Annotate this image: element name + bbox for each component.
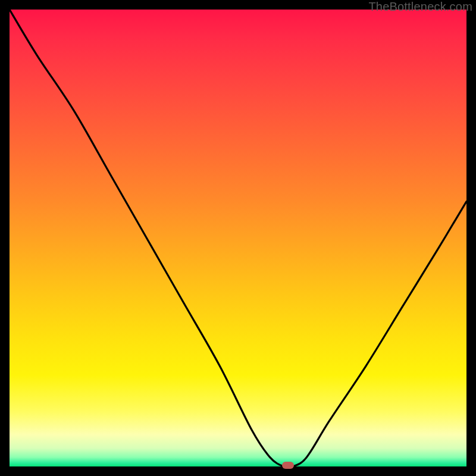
plot-area xyxy=(10,10,466,466)
bottleneck-curve xyxy=(10,10,466,466)
watermark-text: TheBottleneck.com xyxy=(368,0,472,14)
chart-frame: TheBottleneck.com xyxy=(0,0,476,476)
optimal-marker xyxy=(282,462,294,469)
